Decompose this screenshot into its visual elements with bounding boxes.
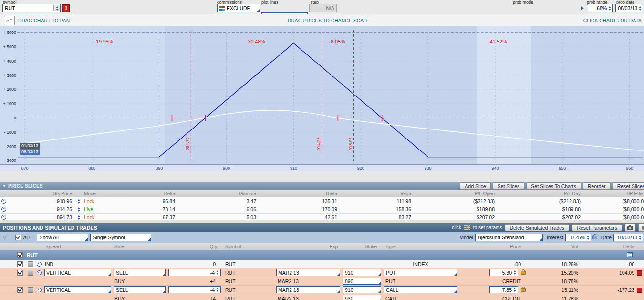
prob-play-icon[interactable] <box>581 6 584 10</box>
snapshot-icon-button[interactable] <box>625 224 635 232</box>
spread-dropdown[interactable]: VERTICAL <box>44 269 111 276</box>
row-toggle-box[interactable] <box>28 287 33 293</box>
step-disabled-field[interactable]: N/A <box>309 4 337 12</box>
symbol-cycle-icon[interactable] <box>53 5 60 11</box>
col-spread: Spread <box>43 244 113 249</box>
group-checkbox[interactable] <box>17 252 23 258</box>
row-toggle-box[interactable] <box>28 261 33 267</box>
x-axis-label[interactable]: 960 <box>623 166 637 171</box>
x-axis-label[interactable]: 900 <box>219 166 234 171</box>
group-tools-icon[interactable] <box>627 252 633 258</box>
qty-spinner[interactable]: -4 <box>168 286 221 293</box>
qty-spinner[interactable]: -4 <box>168 269 221 276</box>
chart-area[interactable]: 894.73914.25918.9619.95%30.48%8.05%41.52… <box>0 26 644 165</box>
add-slice-button[interactable]: Add Slice <box>460 182 490 190</box>
model-dropdown[interactable]: Bjerksund-Stensland <box>475 234 543 241</box>
slice-price-spinner[interactable] <box>73 207 82 212</box>
all-checkbox[interactable] <box>15 235 21 240</box>
spinner-arrows[interactable] <box>513 270 516 275</box>
type-dropdown[interactable]: PUT <box>384 269 457 276</box>
exp-dropdown[interactable]: MAR2 13 <box>276 269 340 276</box>
x-axis-label[interactable]: 890 <box>152 166 166 171</box>
exp-dropdown[interactable]: MAR2 13 <box>276 286 340 293</box>
slice-pl-open: $189.88 <box>413 206 496 212</box>
set-slices-to-charts-button[interactable]: Set Slices To Charts <box>526 182 581 190</box>
price-field[interactable]: 7.85 <box>489 286 518 293</box>
delete-simulated-trades-button[interactable]: Delete Simulated Trades <box>505 224 569 231</box>
position-row: VERTICAL SELL -4 RUT MAR2 13 910 CALL 7.… <box>0 286 644 294</box>
x-axis-label[interactable]: 920 <box>353 166 368 171</box>
date-spinner[interactable]: 01/03/13 <box>613 234 643 241</box>
slice-price-spinner[interactable] <box>73 199 82 204</box>
type-dropdown[interactable]: CALL <box>384 286 457 293</box>
reset-parameters-button[interactable]: Reset Parameters <box>572 224 622 231</box>
spinner-arrows[interactable] <box>216 270 219 275</box>
spinner-arrows[interactable] <box>587 236 590 240</box>
collapse-section-icon[interactable]: ▽ <box>3 235 7 240</box>
spinner-arrows[interactable] <box>608 6 611 11</box>
commissions-value: EXCLUDE <box>227 5 250 11</box>
slice-vega: -158.36 <box>339 206 413 212</box>
spinner-arrows[interactable] <box>216 288 219 292</box>
price-field[interactable]: 5.30 <box>489 269 518 276</box>
tools-icon-button[interactable] <box>638 224 644 232</box>
reset-slices-button[interactable]: Reset Slices <box>613 182 644 190</box>
symbol-value: RUT <box>222 270 275 276</box>
spread-dropdown[interactable]: VERTICAL <box>44 286 111 293</box>
symbol-group-row[interactable]: RUT <box>0 250 644 260</box>
slice-pl-open: ($212.83) <box>413 198 496 204</box>
collapse-icon[interactable]: ▼ <box>2 184 6 188</box>
interest-spinner[interactable]: 0.25% <box>565 234 591 241</box>
strike-field[interactable]: 910 <box>343 286 381 293</box>
y-axis-label: - 1000 <box>1 130 16 135</box>
spinner-arrows[interactable] <box>639 236 642 240</box>
strike-field[interactable]: 890 <box>343 278 381 285</box>
interest-lock-icon[interactable] <box>592 236 597 239</box>
slice-mode-toggle[interactable]: Lock <box>82 198 112 204</box>
row-checkbox[interactable] <box>17 270 23 276</box>
slice-price-spinner[interactable] <box>73 215 82 220</box>
col-pl-day: P/L Day <box>496 191 582 196</box>
x-axis-label[interactable]: 940 <box>488 166 502 171</box>
slice-mode-toggle[interactable]: Lock <box>82 214 112 220</box>
spread-label: IND <box>43 261 53 267</box>
reorder-button[interactable]: Reorder <box>583 182 611 190</box>
spinner-arrows[interactable] <box>513 288 516 292</box>
slice-mode-toggle[interactable]: Live <box>82 206 112 212</box>
symbol-scope-dropdown[interactable]: Single Symbol <box>90 234 151 241</box>
row-checkbox[interactable] <box>17 261 23 267</box>
qty-value: +4 <box>167 279 222 284</box>
row-toggle-box[interactable] <box>28 270 33 276</box>
x-axis-label[interactable]: 910 <box>286 166 301 171</box>
chart-style-button[interactable] <box>4 16 15 25</box>
symbol-combobox[interactable]: RUT <box>2 4 61 12</box>
prob-date-spinner[interactable]: 08/03/13 <box>615 4 643 12</box>
spinner-arrows[interactable] <box>77 199 80 204</box>
x-axis-label[interactable]: 870 <box>18 166 32 171</box>
symbol-scope-value: Single Symbol <box>93 235 125 240</box>
set-slices-button[interactable]: Set Slices <box>493 182 525 190</box>
circle-icon <box>641 225 644 230</box>
price-lock-icon[interactable] <box>521 271 526 275</box>
x-axis-label[interactable]: 880 <box>85 166 99 171</box>
spinner-arrows[interactable] <box>77 215 80 220</box>
side-dropdown[interactable]: SELL <box>114 269 166 276</box>
risk-profile-chart[interactable]: 894.73914.25918.9619.95%30.48%8.05%41.52… <box>0 26 644 165</box>
strike-field[interactable]: 930 <box>343 295 381 300</box>
x-axis-label[interactable]: 930 <box>421 166 435 171</box>
strike-field[interactable]: 910 <box>343 269 381 276</box>
price-lock-icon[interactable] <box>521 288 526 292</box>
prob-range-spinner[interactable]: 68% <box>588 4 613 12</box>
price-value: CREDIT <box>502 296 526 300</box>
show-all-dropdown[interactable]: Show All <box>37 234 88 241</box>
slice-price-value: 914.25 <box>8 206 73 212</box>
y-axis-label: 0 <box>1 116 16 120</box>
price-slices-title: PRICE SLICES <box>8 183 43 189</box>
side-dropdown[interactable]: SELL <box>114 286 166 293</box>
x-axis-label[interactable]: 950 <box>555 166 570 171</box>
spinner-arrows[interactable] <box>639 6 642 11</box>
commissions-dropdown[interactable]: EXCLUDE <box>217 4 260 12</box>
set-params-icon[interactable] <box>464 225 470 230</box>
spinner-arrows[interactable] <box>77 207 80 212</box>
row-checkbox[interactable] <box>17 287 23 293</box>
